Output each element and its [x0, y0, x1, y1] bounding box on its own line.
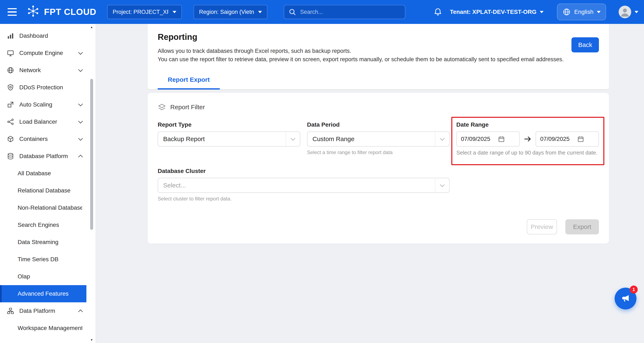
tab-report-export[interactable]: Report Export — [158, 72, 220, 90]
report-type-select[interactable]: Backup Report — [158, 132, 300, 146]
chevron-down-icon — [78, 119, 83, 124]
chevron-down-icon — [597, 11, 600, 13]
search-input[interactable] — [300, 9, 401, 15]
chevron-down-icon — [78, 136, 83, 141]
global-search — [284, 5, 405, 19]
chevron-down-icon — [634, 11, 638, 13]
chevron-up-icon — [78, 155, 83, 160]
preview-button[interactable]: Preview — [527, 219, 557, 234]
data-period-field: Data Period Custom Range Select a time r… — [307, 122, 450, 156]
report-type-label: Report Type — [158, 122, 300, 128]
top-header: FPT CLOUD Project: PROJECT_XPL... Region… — [0, 0, 644, 24]
brand-name: FPT CLOUD — [44, 7, 96, 17]
tab-bar: Report Export — [148, 72, 609, 90]
back-button[interactable]: Back — [572, 37, 599, 52]
chevron-down-icon — [540, 11, 544, 13]
chevron-down-icon — [172, 11, 176, 13]
data-period-label: Data Period — [307, 122, 450, 128]
sidebar-item-dashboard[interactable]: Dashboard — [0, 27, 86, 44]
language-selector[interactable]: English — [557, 4, 606, 20]
page-description-line2: You can use the report filter to retriev… — [158, 55, 564, 64]
date-range-label: Date Range — [456, 122, 599, 128]
load-balancer-icon — [7, 118, 14, 126]
reporting-header-card: Reporting Allows you to track databases … — [148, 24, 609, 90]
sidebar-scrollbar[interactable]: ▲ ▼ — [90, 25, 94, 342]
sidebar-item-data-platform[interactable]: Data Platform — [0, 302, 86, 320]
notifications-bell-icon[interactable] — [434, 8, 442, 16]
sidebar-item-auto-scaling[interactable]: Auto Scaling — [0, 96, 86, 113]
chevron-down-icon — [286, 132, 300, 146]
megaphone-icon — [620, 293, 631, 304]
hamburger-menu-icon[interactable] — [8, 6, 20, 18]
data-platform-icon — [7, 307, 14, 315]
auto-scaling-icon — [7, 101, 14, 108]
project-selector[interactable]: Project: PROJECT_XPL... — [107, 5, 182, 19]
chevron-down-icon — [78, 102, 83, 106]
chevron-down-icon — [78, 50, 83, 55]
scroll-down-icon[interactable]: ▼ — [90, 338, 94, 342]
sidebar-item-advanced-features[interactable]: Advanced Features — [0, 285, 86, 302]
database-cluster-field: Database Cluster Select... Select cluste… — [158, 168, 450, 202]
sidebar-item-network[interactable]: Network — [0, 62, 86, 79]
region-selector[interactable]: Region: Saigon (Vietn... — [194, 5, 267, 19]
main-content: Reporting Allows you to track databases … — [96, 24, 644, 343]
search-icon — [288, 8, 296, 16]
date-range-field: Date Range — [456, 122, 599, 156]
chevron-down-icon — [78, 67, 83, 72]
date-range-helper: Select a date range of up to 90 days fro… — [456, 150, 599, 156]
sidebar-item-ingestion[interactable]: Ingestion — [0, 337, 86, 343]
data-period-helper: Select a time range to filter report dat… — [307, 150, 450, 155]
sidebar-item-containers[interactable]: Containers — [0, 130, 86, 148]
sidebar-item-relational-database[interactable]: Relational Database — [0, 182, 86, 199]
sidebar-scrollbar-thumb[interactable] — [90, 79, 93, 230]
report-type-field: Report Type Backup Report — [158, 122, 300, 156]
date-range-end-input[interactable] — [536, 132, 599, 146]
brand-logo[interactable]: FPT CLOUD — [26, 4, 96, 20]
chevron-down-icon — [258, 11, 262, 13]
notification-badge: 1 — [630, 286, 638, 294]
export-button[interactable]: Export — [565, 219, 599, 234]
sidebar-item-data-streaming[interactable]: Data Streaming — [0, 234, 86, 251]
database-icon — [7, 152, 14, 160]
page-description-line1: Allows you to track databases through Ex… — [158, 47, 564, 55]
announcements-fab[interactable]: 1 — [615, 288, 636, 310]
sidebar-item-olap[interactable]: Olap — [0, 268, 86, 285]
user-menu[interactable] — [619, 6, 638, 18]
calendar-icon — [498, 136, 505, 142]
sidebar-nav: Dashboard Compute Engine Network DDoS Pr… — [0, 24, 96, 343]
sidebar-item-time-series-db[interactable]: Time Series DB — [0, 251, 86, 268]
date-range-start-input[interactable] — [456, 132, 520, 146]
page-title: Reporting — [158, 32, 564, 42]
database-cluster-select[interactable]: Select... — [158, 178, 450, 193]
globe-icon — [562, 8, 571, 16]
database-cluster-helper: Select cluster to filter report data. — [158, 196, 450, 202]
ddos-protection-icon — [7, 84, 14, 91]
report-filter-card: Report Filter Report Type Backup Report … — [148, 93, 609, 244]
containers-icon — [7, 135, 14, 143]
scroll-up-icon[interactable]: ▲ — [90, 25, 94, 29]
avatar — [619, 6, 631, 18]
calendar-icon — [577, 136, 584, 142]
sidebar-item-non-relational-database[interactable]: Non-Relational Database — [0, 199, 86, 216]
sidebar-item-search-engines[interactable]: Search Engines — [0, 216, 86, 234]
sidebar-item-workspace-management[interactable]: Workspace Management — [0, 320, 86, 337]
database-cluster-label: Database Cluster — [158, 168, 450, 174]
sidebar-item-database-platform[interactable]: Database Platform — [0, 148, 86, 165]
filter-section-title: Report Filter — [170, 104, 205, 111]
fpt-cloud-logo-icon — [26, 4, 40, 20]
chevron-up-icon — [78, 310, 83, 314]
sidebar-item-compute-engine[interactable]: Compute Engine — [0, 44, 86, 62]
network-icon — [7, 66, 14, 74]
data-period-select[interactable]: Custom Range — [307, 132, 450, 146]
dashboard-icon — [7, 32, 14, 40]
layers-icon — [158, 103, 166, 111]
chevron-down-icon — [435, 178, 449, 192]
chevron-down-icon — [435, 132, 449, 146]
compute-engine-icon — [7, 49, 14, 57]
tenant-selector[interactable]: Tenant: XPLAT-DEV-TEST-ORG — [450, 8, 544, 15]
sidebar-item-all-database[interactable]: All Database — [0, 165, 86, 182]
sidebar-item-ddos-protection[interactable]: DDoS Protection — [0, 79, 86, 96]
arrow-right-icon — [524, 135, 532, 143]
sidebar-item-load-balancer[interactable]: Load Balancer — [0, 113, 86, 130]
